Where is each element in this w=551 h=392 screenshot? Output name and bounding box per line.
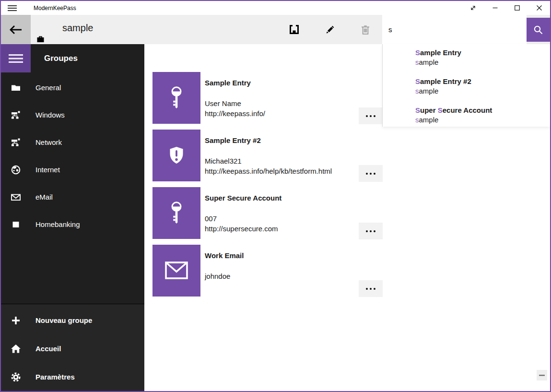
search-result-title: Super Secure Account [415, 106, 550, 115]
search-result-title: Sample Entry #2 [415, 77, 550, 86]
minimize-button[interactable] [484, 1, 506, 15]
entry-more-button[interactable] [359, 280, 383, 297]
entry-url: http://keepass.info/help/kb/testform.htm… [205, 166, 332, 176]
square-icon [11, 219, 21, 230]
sidebar-item-home[interactable]: Accueil [1, 334, 144, 363]
gear-icon [11, 372, 21, 382]
search-button[interactable] [527, 18, 550, 42]
entry-more-button[interactable] [359, 107, 383, 124]
sidebar-item-internet[interactable]: Internet [1, 156, 144, 183]
key-icon [165, 85, 188, 111]
entry-title: Sample Entry #2 [205, 136, 332, 145]
minimize-icon [492, 5, 498, 11]
entry-tile [152, 245, 200, 297]
folder-icon [11, 83, 21, 93]
close-icon [537, 5, 542, 11]
sidebar-bottom: Nouveau groupe Accueil Paramètres [1, 304, 144, 391]
fullscreen-button[interactable] [462, 1, 484, 15]
database-title: sample [62, 23, 93, 34]
sidebar-item-homebanking[interactable]: Homebanking [1, 211, 144, 238]
search-result-subtitle: sample [415, 58, 550, 67]
entry-username: User Name [205, 98, 265, 108]
envelope-icon [164, 261, 188, 281]
sidebar: Groupes General Windows [1, 44, 144, 391]
entry-username: 007 [205, 214, 281, 224]
entry-list: Sample Entry User Name http://keepass.in… [152, 72, 383, 302]
search-suggestions: Sample Entry sample Sample Entry #2 samp… [382, 44, 550, 127]
entry-username: Michael321 [205, 156, 332, 166]
window-title: ModernKeePass [34, 5, 76, 12]
group-list: General Windows Network [1, 74, 144, 238]
zoom-out-button[interactable] [537, 370, 547, 380]
window-controls [462, 1, 550, 15]
sidebar-item-windows[interactable]: Windows [1, 101, 144, 129]
save-icon [290, 25, 299, 34]
fullscreen-icon [470, 5, 476, 11]
title-bar: ModernKeePass [1, 1, 550, 15]
entry-title: Sample Entry [205, 79, 265, 87]
key-icon [165, 200, 188, 226]
search-result[interactable]: Super Secure Account sample [415, 106, 550, 125]
entry-row[interactable]: Sample Entry #2 Michael321 http://keepas… [152, 130, 383, 181]
entry-url [205, 281, 244, 291]
app-window: ModernKeePass [0, 0, 551, 392]
entry-title: Work Email [205, 251, 244, 260]
entry-tile [152, 72, 200, 124]
sidebar-item-settings[interactable]: Paramètres [1, 363, 144, 391]
trash-icon [361, 25, 370, 35]
groups-heading: Groupes [44, 54, 78, 63]
close-button[interactable] [528, 1, 550, 15]
delete-button[interactable] [351, 15, 380, 44]
entry-url: http://supersecure.com [205, 224, 281, 234]
pencil-icon [325, 25, 335, 35]
search-result[interactable]: Sample Entry #2 sample [415, 77, 550, 96]
hamburger-icon [8, 5, 17, 12]
network-icon [11, 110, 21, 120]
entry-row[interactable]: Sample Entry User Name http://keepass.in… [152, 72, 383, 124]
entry-row[interactable]: Super Secure Account 007 http://supersec… [152, 187, 383, 239]
plus-icon [11, 315, 21, 326]
entry-more-button[interactable] [359, 165, 383, 182]
database-icon [37, 36, 44, 45]
entry-tile [152, 130, 200, 181]
hamburger-icon [9, 54, 23, 63]
back-button[interactable] [1, 15, 31, 44]
nav-hamburger-button[interactable] [1, 44, 31, 72]
minus-icon [539, 375, 545, 376]
search-result-subtitle: sample [415, 115, 550, 125]
search-result-subtitle: sample [415, 86, 550, 96]
sidebar-item-email[interactable]: eMail [1, 183, 144, 211]
search-result-title: Sample Entry [415, 48, 550, 58]
sidebar-item-new-group[interactable]: Nouveau groupe [1, 306, 144, 334]
back-arrow-icon [9, 24, 23, 35]
search-box [382, 15, 527, 44]
shield-exclamation-icon [165, 144, 188, 167]
envelope-icon [11, 192, 21, 202]
save-button[interactable] [279, 15, 309, 44]
search-result[interactable]: Sample Entry sample [415, 48, 550, 67]
sidebar-item-general[interactable]: General [1, 74, 144, 101]
sidebar-item-network[interactable]: Network [1, 129, 144, 156]
entry-row[interactable]: Work Email johndoe [152, 245, 383, 297]
search-icon [533, 25, 543, 35]
search-input[interactable] [382, 15, 527, 44]
entry-more-button[interactable] [359, 223, 383, 239]
sidebar-header: Groupes [1, 44, 144, 72]
network-icon [11, 137, 21, 148]
entry-tile [152, 187, 200, 239]
maximize-button[interactable] [506, 1, 528, 15]
home-icon [11, 344, 21, 354]
edit-button[interactable] [315, 15, 345, 44]
entry-username: johndoe [205, 271, 244, 281]
entry-title: Super Secure Account [205, 194, 281, 202]
titlebar-hamburger-button[interactable] [1, 1, 23, 15]
entry-url: http://keepass.info/ [205, 108, 265, 119]
globe-icon [11, 165, 21, 175]
maximize-icon [515, 5, 520, 11]
